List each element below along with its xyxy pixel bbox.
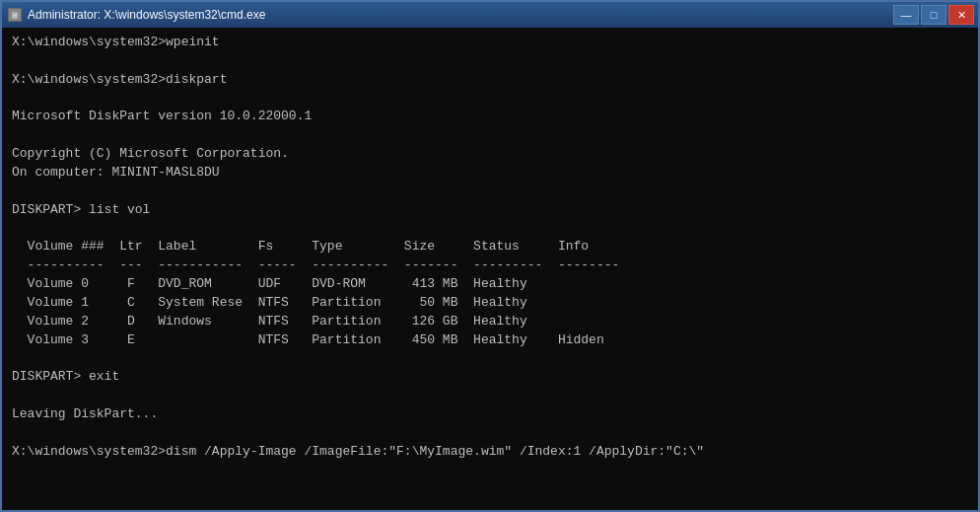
console-line: DISKPART> exit: [12, 368, 968, 387]
console-line: Leaving DiskPart...: [12, 405, 968, 424]
close-button[interactable]: ✕: [948, 5, 974, 25]
console-line: Volume 0 F DVD_ROM UDF DVD-ROM 413 MB He…: [12, 275, 968, 294]
console-line: Copyright (C) Microsoft Corporation.: [12, 145, 968, 164]
console-empty-line: [12, 387, 968, 405]
window-icon: ▣: [8, 8, 22, 22]
console-empty-line: [12, 349, 968, 368]
console-empty-line: [12, 219, 968, 238]
console-output: X:\windows\system32>wpeinitX:\windows\sy…: [2, 28, 978, 510]
console-line: X:\windows\system32>diskpart: [12, 71, 968, 90]
console-empty-line: [12, 90, 968, 109]
title-buttons: — □ ✕: [893, 5, 974, 25]
console-empty-line: [12, 424, 968, 443]
console-line: DISKPART> list vol: [12, 201, 968, 220]
console-line: Volume ### Ltr Label Fs Type Size Status…: [12, 238, 968, 256]
title-bar: ▣ Administrator: X:\windows\system32\cmd…: [2, 2, 978, 28]
console-empty-line: [12, 126, 968, 145]
console-line: Volume 3 E NTFS Partition 450 MB Healthy…: [12, 331, 968, 350]
cmd-window: ▣ Administrator: X:\windows\system32\cmd…: [0, 0, 980, 512]
console-empty-line: [12, 183, 968, 201]
console-line: Volume 2 D Windows NTFS Partition 126 GB…: [12, 313, 968, 331]
window-title: Administrator: X:\windows\system32\cmd.e…: [28, 8, 265, 22]
console-line: Volume 1 C System Rese NTFS Partition 50…: [12, 294, 968, 313]
minimize-button[interactable]: —: [893, 5, 919, 25]
maximize-button[interactable]: □: [921, 5, 946, 25]
console-line: X:\windows\system32>dism /Apply-Image /I…: [12, 443, 968, 462]
title-bar-left: ▣ Administrator: X:\windows\system32\cmd…: [8, 8, 265, 22]
console-line: X:\windows\system32>wpeinit: [12, 34, 968, 52]
console-line: ---------- --- ----------- ----- -------…: [12, 256, 968, 275]
console-line: On computer: MININT-MASL8DU: [12, 164, 968, 183]
console-line: Microsoft DiskPart version 10.0.22000.1: [12, 108, 968, 126]
console-empty-line: [12, 52, 968, 71]
